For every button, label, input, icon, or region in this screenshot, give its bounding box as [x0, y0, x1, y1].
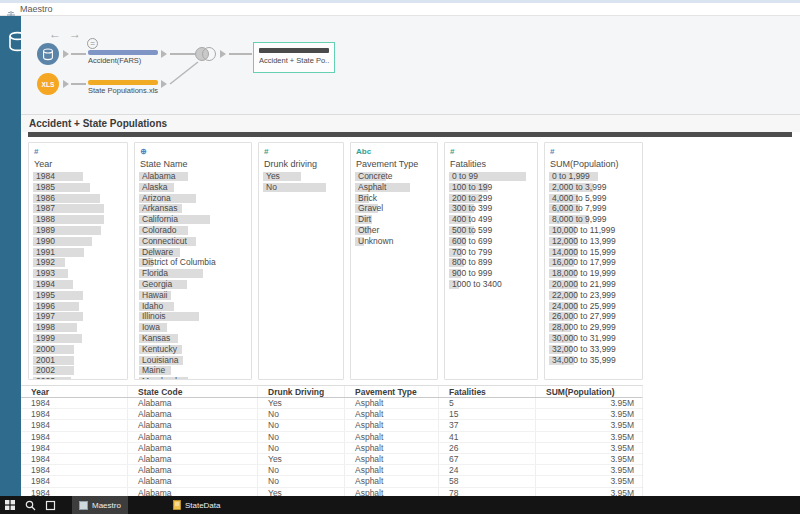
table-row[interactable]: 1984AlabamaNoAsphalt373.95M	[21, 420, 642, 431]
field-value-row[interactable]: 1995	[33, 290, 123, 301]
field-value-row[interactable]: 6,000 to 7,999	[549, 203, 638, 214]
field-value-row[interactable]: California	[139, 214, 247, 225]
field-value-row[interactable]: 600 to 699	[449, 236, 533, 247]
table-row[interactable]: 1984AlabamaYesAsphalt673.95M	[21, 454, 642, 465]
field-value-row[interactable]: 1993	[33, 268, 123, 279]
field-value-row[interactable]: 2,000 to 3,999	[549, 182, 638, 193]
field-value-row[interactable]: 800 to 899	[449, 257, 533, 268]
field-value-row[interactable]: 1989	[33, 225, 123, 236]
field-name[interactable]: State Name	[139, 158, 247, 171]
field-value-row[interactable]: Kansas	[139, 333, 247, 344]
field-value-row[interactable]: Hawaii	[139, 290, 247, 301]
field-value-row[interactable]: Maine	[139, 365, 247, 376]
field-value-row[interactable]: 10,000 to 11,999	[549, 225, 638, 236]
field-value-row[interactable]: Maryland	[139, 376, 247, 380]
field-value-row[interactable]: 26,000 to 27,999	[549, 311, 638, 322]
field-value-row[interactable]: Alabama	[139, 171, 247, 182]
field-value-row[interactable]: Arkansas	[139, 203, 247, 214]
grid-column-header-sum-population[interactable]: SUM(Population)	[536, 386, 643, 397]
table-row[interactable]: 1984AlabamaNoAsphalt243.95M	[21, 465, 642, 476]
field-value-row[interactable]: 4,000 to 5,999	[549, 193, 638, 204]
field-value-row[interactable]: Yes	[263, 171, 339, 182]
field-value-row[interactable]: 1990	[33, 236, 123, 247]
forward-button[interactable]: →	[67, 26, 83, 42]
field-value-row[interactable]: Unknown	[355, 236, 433, 247]
back-button[interactable]: ←	[47, 26, 63, 42]
field-value-row[interactable]: District of Columbia	[139, 257, 247, 268]
filter-badge-icon[interactable]: =	[87, 38, 98, 49]
task-view-icon[interactable]	[40, 496, 60, 514]
field-value-row[interactable]: Brick	[355, 193, 433, 204]
field-value-row[interactable]: Colorado	[139, 225, 247, 236]
table-row[interactable]: 1984AlabamaNoAsphalt153.95M	[21, 409, 642, 420]
field-value-row[interactable]: 300 to 399	[449, 203, 533, 214]
field-value-row[interactable]: Concrete	[355, 171, 433, 182]
grid-column-header-fatalities[interactable]: Fatalities	[439, 386, 536, 397]
field-value-row[interactable]: 14,000 to 15,999	[549, 247, 638, 258]
field-value-row[interactable]: 0 to 1,999	[549, 171, 638, 182]
field-value-row[interactable]: 34,000 to 35,999	[549, 355, 638, 366]
field-value-row[interactable]: Florida	[139, 268, 247, 279]
table-row[interactable]: 1984AlabamaNoAsphalt413.95M	[21, 432, 642, 443]
field-card-fatalities[interactable]: #Fatalities0 to 99100 to 199200 to 29930…	[444, 142, 538, 380]
field-value-row[interactable]: Illinois	[139, 311, 247, 322]
field-card-drunk-driving[interactable]: #Drunk drivingYesNo	[258, 142, 344, 380]
field-value-row[interactable]: No	[263, 182, 339, 193]
field-value-row[interactable]: 2000	[33, 344, 123, 355]
field-name[interactable]: SUM(Population)	[549, 158, 638, 171]
field-value-row[interactable]: Kentucky	[139, 344, 247, 355]
field-value-row[interactable]: Iowa	[139, 322, 247, 333]
field-value-row[interactable]: Georgia	[139, 279, 247, 290]
field-value-row[interactable]: 1984	[33, 171, 123, 182]
field-name[interactable]: Fatalities	[449, 158, 533, 171]
field-card-sum-population[interactable]: #SUM(Population)0 to 1,9992,000 to 3,999…	[544, 142, 643, 380]
field-value-row[interactable]: 1991	[33, 247, 123, 258]
field-card-year[interactable]: #Year19841985198619871988198919901991199…	[28, 142, 128, 380]
field-value-row[interactable]: 1000 to 3400	[449, 279, 533, 290]
field-value-row[interactable]: 16,000 to 17,999	[549, 257, 638, 268]
field-value-row[interactable]: 2001	[33, 355, 123, 366]
field-value-row[interactable]: 900 to 999	[449, 268, 533, 279]
field-value-row[interactable]: 1992	[33, 257, 123, 268]
table-row[interactable]: 1984AlabamaNoAsphalt263.95M	[21, 443, 642, 454]
field-card-pavement-type[interactable]: AbcPavement TypeConcreteAsphaltBrickGrav…	[350, 142, 438, 380]
grid-column-header-drunk-driving[interactable]: Drunk Driving	[258, 386, 345, 397]
field-value-row[interactable]: 500 to 599	[449, 225, 533, 236]
field-value-row[interactable]: 100 to 199	[449, 182, 533, 193]
table-row[interactable]: 1984AlabamaNoAsphalt583.95M	[21, 476, 642, 487]
field-value-row[interactable]: 200 to 299	[449, 193, 533, 204]
taskbar-item-maestro[interactable]: Maestro	[72, 496, 128, 514]
field-value-row[interactable]: 22,000 to 23,999	[549, 290, 638, 301]
field-value-row[interactable]: 18,000 to 19,999	[549, 268, 638, 279]
field-value-row[interactable]: Louisiana	[139, 355, 247, 366]
result-node-selected[interactable]: Accident + State Po...	[253, 42, 335, 73]
field-value-row[interactable]: Gravel	[355, 203, 433, 214]
field-value-row[interactable]: 30,000 to 31,999	[549, 333, 638, 344]
field-value-row[interactable]: 700 to 799	[449, 247, 533, 258]
field-value-row[interactable]: 32,000 to 33,999	[549, 344, 638, 355]
field-value-row[interactable]: 1998	[33, 322, 123, 333]
table-row[interactable]: 1984AlabamaYesAsphalt53.95M	[21, 398, 642, 409]
field-value-row[interactable]: Alaska	[139, 182, 247, 193]
field-value-row[interactable]: 0 to 99	[449, 171, 533, 182]
field-value-row[interactable]: 2003	[33, 376, 123, 380]
field-value-row[interactable]: 1997	[33, 311, 123, 322]
field-value-row[interactable]: 1985	[33, 182, 123, 193]
field-value-row[interactable]: Asphalt	[355, 182, 433, 193]
field-name[interactable]: Year	[33, 158, 123, 171]
field-value-row[interactable]: 1999	[33, 333, 123, 344]
field-value-row[interactable]: 8,000 to 9,999	[549, 214, 638, 225]
statepop-input-node[interactable]: XLS	[37, 73, 59, 95]
grid-column-header-state-code[interactable]: State Code	[128, 386, 258, 397]
field-value-row[interactable]: 20,000 to 21,999	[549, 279, 638, 290]
field-value-row[interactable]: 1994	[33, 279, 123, 290]
field-value-row[interactable]: 400 to 499	[449, 214, 533, 225]
taskbar-item-statedata[interactable]: StateData	[166, 496, 228, 514]
field-value-row[interactable]: 1986	[33, 193, 123, 204]
field-value-row[interactable]: 1988	[33, 214, 123, 225]
accident-node-bar[interactable]	[88, 50, 158, 55]
field-value-row[interactable]: Connecticut	[139, 236, 247, 247]
field-value-row[interactable]: 12,000 to 13,999	[549, 236, 638, 247]
field-value-row[interactable]: Idaho	[139, 301, 247, 312]
field-value-row[interactable]: Dirt	[355, 214, 433, 225]
